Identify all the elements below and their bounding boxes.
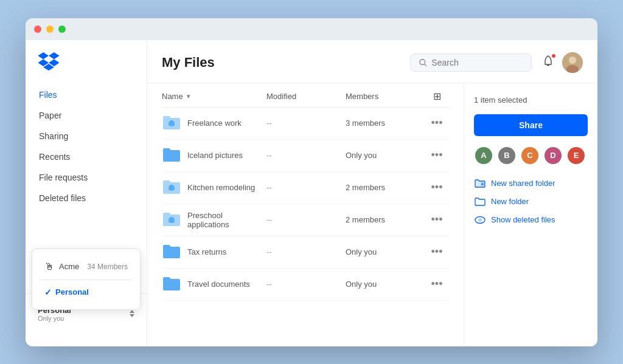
workspace-switcher: 🖱 Acme 34 Members ✓ Personal <box>32 249 141 310</box>
search-bar[interactable] <box>410 53 532 72</box>
workspace-personal[interactable]: ✓ Personal <box>40 283 133 302</box>
file-menu[interactable]: ••• <box>425 244 449 259</box>
more-options-button[interactable]: ••• <box>428 276 447 292</box>
sidebar: Files Paper Sharing Recents File request… <box>26 40 147 346</box>
file-name: Iceland pictures <box>187 151 266 160</box>
file-menu[interactable]: ••• <box>425 276 449 292</box>
file-name: Preschool applications <box>187 211 266 229</box>
right-panel: 1 item selected Share A B C D <box>464 83 597 346</box>
more-options-button[interactable]: ••• <box>428 180 447 195</box>
more-options-button[interactable]: ••• <box>428 115 447 131</box>
titlebar <box>26 18 597 40</box>
folder-shared-icon <box>162 114 181 133</box>
workspace-acme[interactable]: 🖱 Acme 34 Members <box>40 256 133 277</box>
selected-info: 1 item selected <box>474 95 588 105</box>
col-members-header: Members <box>346 92 425 101</box>
more-options-button[interactable]: ••• <box>428 148 447 163</box>
sidebar-item-sharing[interactable]: Sharing <box>32 126 141 146</box>
app-window: Files Paper Sharing Recents File request… <box>26 18 597 346</box>
chevron-up-icon <box>130 310 134 313</box>
member-avatar[interactable]: A <box>474 146 493 165</box>
more-options-button[interactable]: ••• <box>428 244 447 259</box>
member-avatar[interactable]: E <box>566 146 586 165</box>
folder-shared-icon <box>162 210 181 230</box>
file-name: Freelance work <box>187 118 266 128</box>
show-deleted-action[interactable]: Show deleted files <box>474 214 588 226</box>
main-content: My Files <box>147 40 597 346</box>
app-body: Files Paper Sharing Recents File request… <box>26 40 597 346</box>
table-row[interactable]: Kitchen remodeling -- 2 members ••• <box>162 172 449 204</box>
acme-members: 34 Members <box>87 263 128 271</box>
sort-arrow: ▼ <box>186 93 192 100</box>
dropbox-logo <box>38 52 60 70</box>
file-menu[interactable]: ••• <box>425 212 449 227</box>
file-name: Travel documents <box>187 280 266 289</box>
file-members: 2 members <box>346 215 425 224</box>
avatar-image <box>562 52 583 73</box>
checkmark-icon: ✓ <box>44 287 52 297</box>
member-avatar[interactable]: B <box>497 146 517 165</box>
svg-point-13 <box>479 218 482 221</box>
personal-label: Personal <box>55 287 89 297</box>
main-header: My Files <box>147 40 597 83</box>
new-folder-label: New folder <box>491 197 529 206</box>
svg-line-1 <box>425 64 426 66</box>
files-area: Name ▼ Modified Members ⊞ <box>147 83 597 346</box>
file-menu[interactable]: ••• <box>425 180 449 195</box>
file-members: 2 members <box>346 183 425 192</box>
header-icons <box>541 52 583 73</box>
user-avatar[interactable] <box>562 52 583 73</box>
member-avatar[interactable]: C <box>520 146 540 165</box>
search-icon <box>419 58 426 67</box>
sidebar-item-file-requests[interactable]: File requests <box>32 168 141 187</box>
file-name: Tax returns <box>187 247 266 256</box>
search-input[interactable] <box>431 58 523 67</box>
table-row[interactable]: Freelance work -- 3 members ••• <box>162 108 449 140</box>
minimize-dot[interactable] <box>46 26 54 33</box>
sidebar-item-paper[interactable]: Paper <box>32 106 141 125</box>
file-modified: -- <box>266 280 346 289</box>
col-name-header[interactable]: Name ▼ <box>162 92 266 101</box>
table-row[interactable]: Iceland pictures -- Only you ••• <box>162 140 449 172</box>
folder-plain-icon <box>162 275 181 294</box>
files-table: Name ▼ Modified Members ⊞ <box>147 83 464 346</box>
table-row[interactable]: Tax returns -- Only you ••• <box>162 236 449 269</box>
file-modified: -- <box>266 215 346 224</box>
file-modified: -- <box>266 183 346 192</box>
show-deleted-label: Show deleted files <box>491 215 555 224</box>
logo <box>26 52 147 85</box>
folder-plain-icon <box>162 146 181 165</box>
notification-badge <box>551 53 556 58</box>
new-folder-action[interactable]: New folder <box>474 196 588 208</box>
file-menu[interactable]: ••• <box>425 115 449 131</box>
cursor-icon: 🖱 <box>44 261 54 272</box>
new-folder-icon <box>474 196 486 208</box>
sidebar-item-deleted-files[interactable]: Deleted files <box>32 188 141 208</box>
col-modified-header: Modified <box>266 92 346 101</box>
more-options-button[interactable]: ••• <box>428 212 447 227</box>
sidebar-item-recents[interactable]: Recents <box>32 147 141 167</box>
close-dot[interactable] <box>34 26 41 33</box>
table-row[interactable]: Preschool applications -- 2 members ••• <box>162 204 449 236</box>
page-title: My Files <box>162 55 400 70</box>
file-name: Kitchen remodeling <box>187 183 266 192</box>
new-shared-folder-action[interactable]: New shared folder <box>474 177 588 190</box>
account-sub: Only you <box>38 315 71 322</box>
table-row[interactable]: Travel documents -- Only you ••• <box>162 269 449 301</box>
file-modified: -- <box>266 247 346 256</box>
folder-shared-icon <box>162 178 181 197</box>
file-menu[interactable]: ••• <box>425 148 449 163</box>
workspace-divider <box>40 280 133 280</box>
share-button[interactable]: Share <box>474 114 588 136</box>
file-members: Only you <box>346 247 425 256</box>
notification-button[interactable] <box>541 55 555 70</box>
sidebar-item-files[interactable]: Files <box>32 85 141 105</box>
new-shared-folder-icon <box>474 177 486 190</box>
member-avatar[interactable]: D <box>543 146 563 165</box>
grid-view-icon[interactable]: ⊞ <box>433 91 441 102</box>
chevron-down-icon <box>130 314 134 317</box>
col-actions-header: ⊞ <box>425 91 449 102</box>
maximize-dot[interactable] <box>58 26 66 33</box>
new-shared-folder-label: New shared folder <box>491 179 555 188</box>
file-modified: -- <box>266 118 346 128</box>
